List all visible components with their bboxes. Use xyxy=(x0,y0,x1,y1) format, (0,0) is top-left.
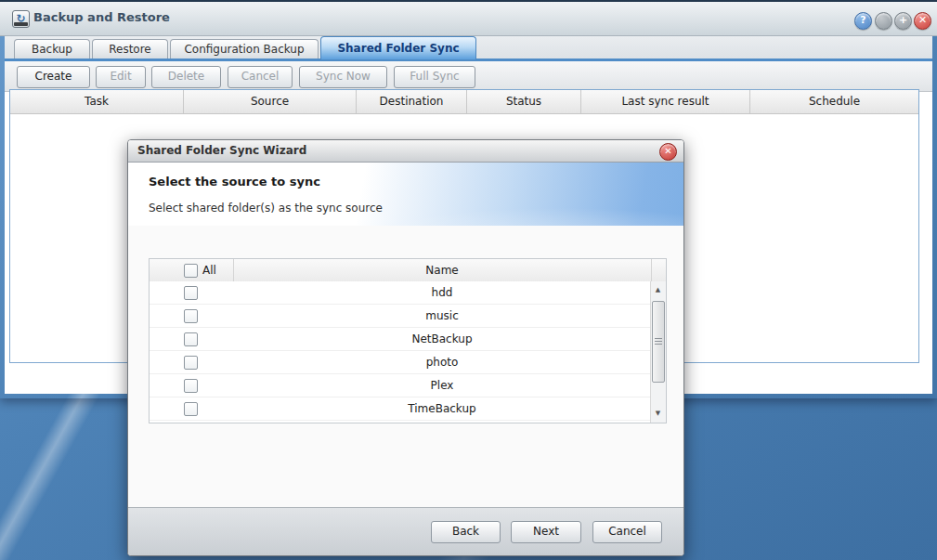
next-button[interactable]: Next xyxy=(511,521,581,543)
dialog-body: All Name hdd music NetBackup xyxy=(128,226,683,507)
toolbar: Create Edit Delete Cancel Sync Now Full … xyxy=(5,61,932,92)
column-header-last-sync-result[interactable]: Last sync result xyxy=(581,90,750,113)
select-all-cell: All xyxy=(150,259,234,281)
folder-checkbox[interactable] xyxy=(184,402,198,416)
folder-checkbox[interactable] xyxy=(184,286,198,300)
task-table-header: Task Source Destination Status Last sync… xyxy=(10,90,918,114)
folder-checkbox[interactable] xyxy=(184,379,198,393)
column-header-status[interactable]: Status xyxy=(467,90,581,113)
delete-button[interactable]: Delete xyxy=(151,66,221,88)
folder-name: NetBackup xyxy=(233,328,651,350)
scrollbar-grip xyxy=(655,338,662,345)
shared-folder-sync-wizard-dialog: Shared Folder Sync Wizard ✕ Select the s… xyxy=(127,139,684,556)
dialog-footer: Back Next Cancel xyxy=(128,507,683,555)
wizard-step-heading: Select the source to sync xyxy=(149,175,320,189)
folder-name: Plex xyxy=(233,374,651,397)
folder-name: hdd xyxy=(233,281,651,304)
dialog-close-icon[interactable]: ✕ xyxy=(659,143,677,161)
dialog-titlebar[interactable]: Shared Folder Sync Wizard ✕ xyxy=(128,140,683,163)
scroll-up-icon[interactable]: ▲ xyxy=(651,283,665,297)
select-all-checkbox[interactable] xyxy=(184,264,198,278)
wizard-step-subheading: Select shared folder(s) as the sync sour… xyxy=(149,202,383,215)
folder-row-video[interactable]: video xyxy=(150,421,651,423)
window-title: Backup and Restore xyxy=(33,10,170,24)
folder-row-hdd[interactable]: hdd xyxy=(150,281,651,305)
tab-shared-folder-sync[interactable]: Shared Folder Sync xyxy=(320,36,476,59)
edit-button[interactable]: Edit xyxy=(96,66,146,88)
scroll-down-icon[interactable]: ▼ xyxy=(651,407,665,421)
folder-name: music xyxy=(233,305,651,327)
column-header-task[interactable]: Task xyxy=(10,90,184,113)
folder-name: video xyxy=(233,421,651,423)
cancel-button[interactable]: Cancel xyxy=(592,521,662,543)
back-button[interactable]: Back xyxy=(431,521,501,543)
folder-checkbox[interactable] xyxy=(184,356,198,370)
folder-name: photo xyxy=(233,351,651,373)
close-window-icon[interactable]: ✕ xyxy=(914,12,931,30)
folder-list-header: All Name xyxy=(150,259,666,282)
maximize-icon[interactable]: + xyxy=(894,12,912,30)
folder-row-timebackup[interactable]: TimeBackup xyxy=(150,397,651,421)
folder-row-plex[interactable]: Plex xyxy=(150,374,651,397)
desktop: ↻ Backup and Restore ? + ✕ Backup Restor… xyxy=(0,0,937,560)
folder-row-photo[interactable]: photo xyxy=(150,351,651,374)
scrollbar-thumb[interactable] xyxy=(652,301,665,383)
create-button[interactable]: Create xyxy=(17,66,90,88)
folder-list: All Name hdd music NetBackup xyxy=(149,258,667,423)
column-header-source[interactable]: Source xyxy=(184,90,357,113)
folder-row-netbackup[interactable]: NetBackup xyxy=(150,328,651,351)
column-header-schedule[interactable]: Schedule xyxy=(750,90,918,113)
window-titlebar[interactable]: ↻ Backup and Restore ? + ✕ xyxy=(0,0,937,36)
tab-configuration-backup[interactable]: Configuration Backup xyxy=(170,39,319,59)
tab-backup[interactable]: Backup xyxy=(14,39,90,59)
dialog-banner: Select the source to sync Select shared … xyxy=(128,163,683,226)
dialog-title: Shared Folder Sync Wizard xyxy=(137,144,306,157)
sync-now-button[interactable]: Sync Now xyxy=(299,66,387,88)
column-header-destination[interactable]: Destination xyxy=(357,90,467,113)
folder-checkbox[interactable] xyxy=(184,332,198,346)
folder-row-music[interactable]: music xyxy=(150,305,651,328)
folder-rows: hdd music NetBackup photo xyxy=(150,281,651,423)
tab-bar: Backup Restore Configuration Backup Shar… xyxy=(5,36,932,61)
full-sync-button[interactable]: Full Sync xyxy=(394,66,475,88)
cancel-task-button[interactable]: Cancel xyxy=(228,66,293,88)
help-icon[interactable]: ? xyxy=(854,12,872,30)
backup-restore-app-icon: ↻ xyxy=(12,10,30,28)
folder-name: TimeBackup xyxy=(233,397,651,420)
folder-list-scrollbar[interactable]: ▲ ▼ xyxy=(650,281,666,423)
minimize-icon[interactable] xyxy=(875,12,892,30)
folder-checkbox[interactable] xyxy=(184,309,198,323)
select-all-label: All xyxy=(202,259,216,281)
tab-restore[interactable]: Restore xyxy=(92,39,168,59)
column-header-name[interactable]: Name xyxy=(233,259,652,281)
